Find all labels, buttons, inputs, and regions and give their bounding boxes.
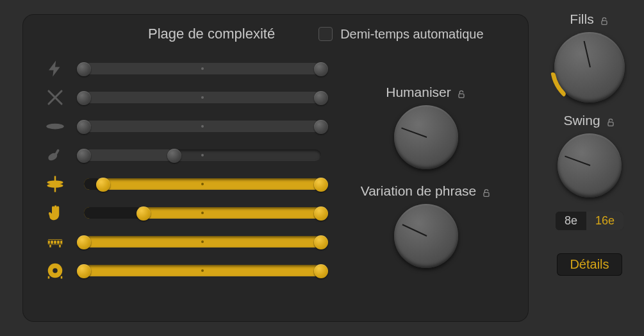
fills-label-row: Fills — [570, 12, 609, 27]
lock-icon[interactable] — [599, 14, 609, 24]
range-handle-low[interactable] — [77, 62, 91, 76]
range-handle-high[interactable] — [167, 149, 181, 163]
range-handle-low[interactable] — [96, 178, 110, 192]
hand-icon[interactable] — [39, 203, 71, 223]
lock-icon[interactable] — [606, 115, 616, 126]
range-handle-low[interactable] — [136, 206, 151, 221]
complexity-row — [39, 54, 512, 83]
range-handle-low[interactable] — [77, 149, 91, 163]
swing-block: Swing — [557, 113, 622, 197]
range-handle-low[interactable] — [77, 235, 91, 249]
lock-icon[interactable] — [481, 186, 491, 196]
humanize-block: Humaniser — [386, 85, 466, 169]
svg-rect-9 — [459, 94, 464, 97]
fills-label: Fills — [570, 12, 593, 27]
range-handle-low[interactable] — [77, 264, 91, 278]
auto-halftime-checkbox[interactable]: Demi-temps automatique — [318, 27, 483, 42]
fills-knob[interactable] — [554, 32, 625, 103]
range-handle-high[interactable] — [314, 235, 328, 249]
right-sidebar: Fills Swing 8e 16e Détails — [545, 12, 634, 276]
kick-icon[interactable] — [39, 261, 71, 280]
drumsticks-icon[interactable] — [39, 88, 71, 107]
complexity-range-slider[interactable] — [84, 121, 321, 132]
checkbox-icon — [318, 27, 333, 41]
phrase-variation-label: Variation de phrase — [361, 183, 477, 199]
range-handle-high[interactable] — [314, 91, 328, 105]
svg-point-0 — [46, 123, 64, 129]
range-handle-high[interactable] — [314, 62, 328, 76]
svg-rect-12 — [608, 122, 613, 126]
auto-halftime-label: Demi-temps automatique — [340, 27, 483, 42]
phrase-label-row: Variation de phrase — [361, 183, 492, 199]
center-knobs: Humaniser Variation de phrase — [330, 85, 522, 268]
lightning-icon[interactable] — [39, 59, 71, 78]
phrase-block: Variation de phrase — [361, 183, 492, 268]
humanize-knob[interactable] — [394, 105, 458, 169]
snare-icon[interactable] — [39, 232, 71, 251]
hihat-icon[interactable] — [39, 174, 71, 194]
range-handle-high[interactable] — [314, 206, 328, 221]
complexity-range-slider[interactable] — [84, 63, 321, 74]
svg-rect-10 — [484, 192, 489, 196]
svg-rect-5 — [54, 176, 56, 192]
complexity-panel: Plage de complexité Demi-temps automatiq… — [22, 14, 529, 322]
svg-rect-11 — [602, 21, 607, 24]
complexity-range-slider[interactable] — [84, 207, 321, 219]
humanize-label-row: Humaniser — [386, 85, 466, 100]
complexity-range-slider[interactable] — [84, 92, 321, 103]
range-handle-high[interactable] — [314, 178, 328, 192]
swing-16th-option[interactable]: 16e — [586, 212, 623, 230]
swing-8th-option[interactable]: 8e — [556, 212, 586, 230]
complexity-range-slider[interactable] — [84, 149, 321, 161]
complexity-title: Plage de complexité — [148, 26, 275, 42]
cymbal-icon[interactable] — [39, 117, 71, 136]
complexity-range-slider[interactable] — [84, 236, 321, 248]
range-handle-high[interactable] — [314, 264, 328, 278]
range-handle-low[interactable] — [77, 120, 91, 134]
complexity-range-slider[interactable] — [84, 265, 321, 276]
swing-resolution-segmented[interactable]: 8e 16e — [556, 212, 623, 230]
humanize-label: Humaniser — [386, 85, 451, 100]
range-handle-low[interactable] — [77, 91, 91, 105]
swing-knob[interactable] — [557, 133, 622, 197]
panel-header: Plage de complexité Demi-temps automatiq… — [39, 26, 512, 42]
phrase-variation-knob[interactable] — [394, 204, 458, 268]
swing-label-row: Swing — [563, 113, 615, 128]
shaker-icon[interactable] — [39, 146, 71, 165]
complexity-range-slider[interactable] — [84, 178, 321, 190]
lock-icon[interactable] — [456, 87, 466, 97]
swing-label: Swing — [563, 113, 600, 128]
fills-block: Fills — [554, 12, 625, 103]
range-handle-high[interactable] — [314, 120, 328, 134]
details-button[interactable]: Détails — [557, 253, 622, 276]
svg-point-8 — [53, 268, 58, 273]
